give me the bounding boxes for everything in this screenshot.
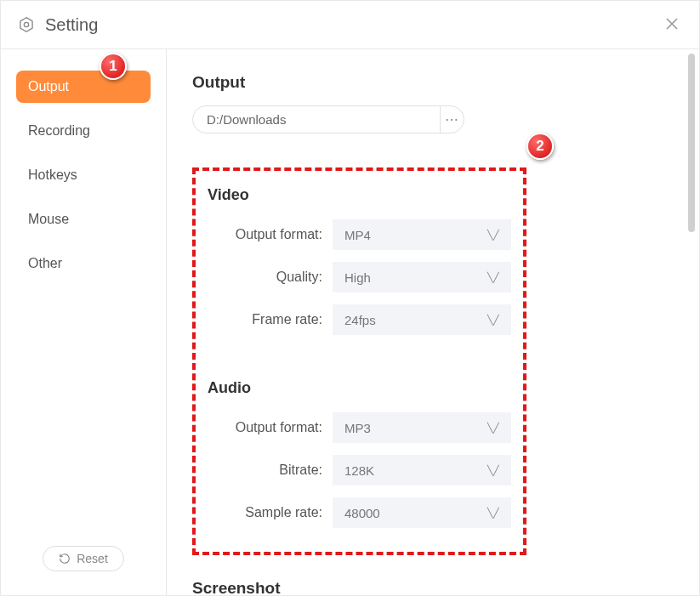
- sidebar-item-label: Hotkeys: [28, 167, 77, 182]
- audio-format-value: MP3: [344, 421, 371, 435]
- annotation-dashed-box: Video Output format: MP4 ╲╱ Quality: Hig…: [192, 167, 526, 555]
- sidebar-item-label: Output: [28, 79, 69, 94]
- close-icon: [665, 17, 679, 31]
- video-format-row: Output format: MP4 ╲╱: [208, 219, 511, 250]
- video-section-title: Video: [208, 186, 511, 204]
- chevron-down-icon: ╲╱: [487, 508, 499, 519]
- settings-icon: [18, 16, 35, 33]
- svg-marker-0: [20, 18, 32, 32]
- video-quality-value: High: [344, 270, 371, 285]
- sidebar-item-hotkeys[interactable]: Hotkeys: [16, 159, 151, 191]
- close-button[interactable]: [662, 13, 682, 37]
- sidebar-item-label: Other: [28, 256, 62, 270]
- header-left: Setting: [18, 15, 98, 35]
- annotation-callout-1: 1: [100, 53, 127, 80]
- video-quality-row: Quality: High ╲╱: [208, 262, 511, 292]
- video-framerate-value: 24fps: [344, 313, 376, 327]
- video-format-dropdown[interactable]: MP4 ╲╱: [333, 219, 511, 250]
- reset-button[interactable]: Reset: [43, 546, 124, 571]
- sidebar-item-mouse[interactable]: Mouse: [16, 203, 151, 236]
- window-title: Setting: [45, 15, 98, 35]
- audio-format-label: Output format:: [208, 420, 322, 435]
- audio-bitrate-label: Bitrate:: [208, 463, 322, 478]
- chevron-down-icon: ╲╱: [487, 272, 499, 283]
- content-panel: Output D:/Downloads ⋯ Video Output forma…: [167, 49, 699, 595]
- reset-icon: [59, 553, 71, 565]
- audio-format-dropdown[interactable]: MP3 ╲╱: [333, 412, 511, 443]
- chevron-down-icon: ╲╱: [487, 423, 499, 434]
- sidebar-item-output[interactable]: Output: [16, 71, 151, 103]
- audio-bitrate-value: 128K: [344, 463, 374, 478]
- video-format-value: MP4: [344, 228, 371, 242]
- audio-samplerate-value: 48000: [344, 506, 380, 520]
- window-header: Setting: [1, 1, 699, 49]
- video-framerate-dropdown[interactable]: 24fps ╲╱: [333, 304, 511, 335]
- audio-samplerate-row: Sample rate: 48000 ╲╱: [208, 497, 511, 528]
- callout-number: 1: [109, 58, 117, 75]
- video-framerate-row: Frame rate: 24fps ╲╱: [208, 304, 511, 335]
- audio-samplerate-dropdown[interactable]: 48000 ╲╱: [333, 497, 511, 528]
- audio-format-row: Output format: MP3 ╲╱: [208, 412, 511, 443]
- chevron-down-icon: ╲╱: [487, 465, 499, 476]
- output-path-field: D:/Downloads ⋯: [192, 105, 464, 133]
- video-format-label: Output format:: [208, 227, 322, 242]
- video-quality-dropdown[interactable]: High ╲╱: [333, 262, 511, 292]
- chevron-down-icon: ╲╱: [487, 315, 499, 326]
- screenshot-section-title: Screenshot: [192, 579, 674, 595]
- video-quality-label: Quality:: [208, 270, 322, 285]
- scrollbar[interactable]: [688, 54, 695, 232]
- output-path-row: D:/Downloads ⋯: [192, 105, 674, 133]
- ellipsis-icon: ⋯: [445, 111, 459, 128]
- audio-section-title: Audio: [208, 379, 511, 397]
- output-path-browse-button[interactable]: ⋯: [440, 106, 464, 133]
- video-framerate-label: Frame rate:: [208, 312, 322, 327]
- sidebar-item-recording[interactable]: Recording: [16, 115, 151, 147]
- section-title-output: Output: [192, 73, 674, 92]
- svg-point-1: [24, 22, 28, 26]
- output-path-value[interactable]: D:/Downloads: [193, 106, 440, 133]
- audio-bitrate-dropdown[interactable]: 128K ╲╱: [333, 455, 511, 485]
- annotation-callout-2: 2: [526, 133, 554, 160]
- audio-samplerate-label: Sample rate:: [208, 505, 322, 520]
- spacer: [208, 347, 511, 379]
- sidebar-item-label: Recording: [28, 123, 90, 138]
- chevron-down-icon: ╲╱: [487, 230, 499, 241]
- sidebar-item-label: Mouse: [28, 212, 69, 226]
- audio-bitrate-row: Bitrate: 128K ╲╱: [208, 455, 511, 485]
- sidebar-item-other[interactable]: Other: [16, 247, 151, 280]
- sidebar: Output Recording Hotkeys Mouse Other Res…: [1, 49, 167, 595]
- callout-number: 2: [536, 138, 543, 155]
- reset-label: Reset: [77, 552, 108, 565]
- main-area: Output Recording Hotkeys Mouse Other Res…: [1, 49, 699, 595]
